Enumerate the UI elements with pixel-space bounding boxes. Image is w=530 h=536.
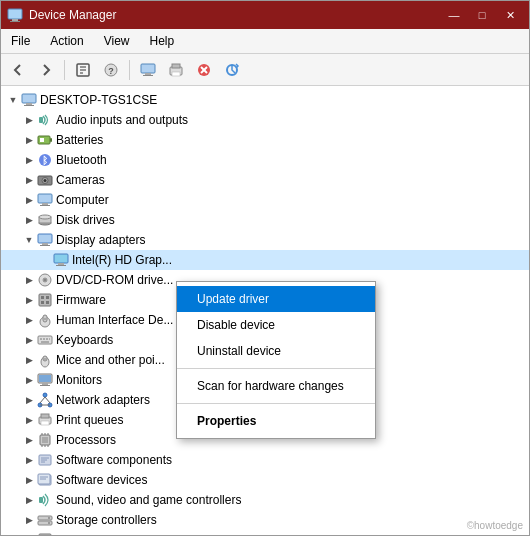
context-menu-uninstall[interactable]: Uninstall device [177, 338, 375, 364]
tree-item-disk[interactable]: ▶ Disk drives [1, 210, 529, 230]
svg-rect-31 [38, 194, 52, 203]
expander-sound[interactable]: ▶ [21, 492, 37, 508]
tree-item-intel[interactable]: Intel(R) HD Grap... [1, 250, 529, 270]
svg-rect-49 [41, 301, 44, 304]
cameras-label: Cameras [56, 173, 105, 187]
svg-rect-46 [39, 294, 51, 306]
expander-intel [37, 252, 53, 268]
expander-print[interactable]: ▶ [21, 412, 37, 428]
computer-button[interactable] [135, 58, 161, 82]
batteries-label: Batteries [56, 133, 103, 147]
expander-monitors[interactable]: ▶ [21, 372, 37, 388]
expander-firmware[interactable]: ▶ [21, 292, 37, 308]
expander-network[interactable]: ▶ [21, 392, 37, 408]
expander-root[interactable]: ▼ [5, 92, 21, 108]
hid-icon [37, 312, 53, 328]
tree-item-softdev[interactable]: ▶ Software devices [1, 470, 529, 490]
svg-rect-14 [172, 72, 180, 76]
back-button[interactable] [5, 58, 31, 82]
remove-button[interactable] [191, 58, 217, 82]
svg-rect-24 [50, 138, 52, 142]
expander-cameras[interactable]: ▶ [21, 172, 37, 188]
menu-action[interactable]: Action [40, 31, 93, 51]
expander-bluetooth[interactable]: ▶ [21, 152, 37, 168]
expander-sysdev[interactable]: ▶ [21, 532, 37, 535]
expander-mice[interactable]: ▶ [21, 352, 37, 368]
keyboards-icon [37, 332, 53, 348]
network-icon [37, 392, 53, 408]
sound-icon [37, 492, 53, 508]
svg-rect-38 [42, 243, 48, 245]
dvd-label: DVD/CD-ROM drive... [56, 273, 173, 287]
storage-label: Storage controllers [56, 513, 157, 527]
tree-root[interactable]: ▼ DESKTOP-TGS1CSE [1, 90, 529, 110]
context-menu-update[interactable]: Update driver [177, 286, 375, 312]
tree-item-bluetooth[interactable]: ▶ ᛒ Bluetooth [1, 150, 529, 170]
toolbar: ? [1, 54, 529, 86]
expander-keyboards[interactable]: ▶ [21, 332, 37, 348]
expander-processors[interactable]: ▶ [21, 432, 37, 448]
dvd-icon [37, 272, 53, 288]
minimize-button[interactable]: — [441, 5, 467, 25]
forward-button[interactable] [33, 58, 59, 82]
expander-audio[interactable]: ▶ [21, 112, 37, 128]
context-menu-properties[interactable]: Properties [177, 408, 375, 434]
svg-rect-66 [40, 385, 50, 386]
tree-item-computer[interactable]: ▶ Computer [1, 190, 529, 210]
svg-rect-75 [41, 421, 49, 425]
monitors-label: Monitors [56, 373, 102, 387]
window-controls: — □ ✕ [441, 5, 523, 25]
softdev-icon [37, 472, 53, 488]
intel-icon [53, 252, 69, 268]
tree-item-sysdev[interactable]: ▶ System devices [1, 530, 529, 535]
svg-rect-74 [41, 414, 49, 418]
properties-button[interactable] [70, 58, 96, 82]
expander-disk[interactable]: ▶ [21, 212, 37, 228]
menu-view[interactable]: View [94, 31, 140, 51]
context-menu-disable[interactable]: Disable device [177, 312, 375, 338]
expander-hid[interactable]: ▶ [21, 312, 37, 328]
svg-line-71 [45, 397, 50, 403]
tree-item-storage[interactable]: ▶ Storage controllers [1, 510, 529, 530]
tree-item-batteries[interactable]: ▶ Batteries [1, 130, 529, 150]
tree-item-cameras[interactable]: ▶ Cameras [1, 170, 529, 190]
menu-file[interactable]: File [1, 31, 40, 51]
svg-rect-58 [49, 338, 50, 340]
expander-softdev[interactable]: ▶ [21, 472, 37, 488]
title-bar: Device Manager — □ ✕ [1, 1, 529, 29]
app-icon [7, 7, 23, 23]
softcomp-label: Software components [56, 453, 172, 467]
batteries-icon [37, 132, 53, 148]
window-title: Device Manager [29, 8, 441, 22]
svg-rect-13 [172, 64, 180, 68]
svg-rect-64 [39, 375, 51, 382]
expander-storage[interactable]: ▶ [21, 512, 37, 528]
svg-rect-39 [40, 245, 50, 246]
scan-button[interactable] [219, 58, 245, 82]
tree-item-audio[interactable]: ▶ Audio inputs and outputs [1, 110, 529, 130]
menu-help[interactable]: Help [140, 31, 185, 51]
softdev-label: Software devices [56, 473, 147, 487]
expander-dvd[interactable]: ▶ [21, 272, 37, 288]
svg-rect-77 [42, 437, 48, 443]
tree-item-sound[interactable]: ▶ Sound, video and game controllers [1, 490, 529, 510]
expander-display[interactable]: ▼ [21, 232, 37, 248]
tree-item-display[interactable]: ▼ Display adapters [1, 230, 529, 250]
maximize-button[interactable]: □ [469, 5, 495, 25]
svg-rect-48 [46, 296, 49, 299]
tree-item-softcomp[interactable]: ▶ Software components [1, 450, 529, 470]
printer-button[interactable] [163, 58, 189, 82]
expander-softcomp[interactable]: ▶ [21, 452, 37, 468]
display-icon [37, 232, 53, 248]
svg-rect-50 [46, 301, 49, 304]
context-menu-scan[interactable]: Scan for hardware changes [177, 373, 375, 399]
menu-bar: File Action View Help [1, 29, 529, 54]
svg-rect-20 [26, 103, 32, 105]
expander-batteries[interactable]: ▶ [21, 132, 37, 148]
softcomp-icon [37, 452, 53, 468]
svg-rect-55 [40, 338, 42, 340]
help-button[interactable]: ? [98, 58, 124, 82]
close-button[interactable]: ✕ [497, 5, 523, 25]
keyboards-label: Keyboards [56, 333, 113, 347]
expander-computer[interactable]: ▶ [21, 192, 37, 208]
